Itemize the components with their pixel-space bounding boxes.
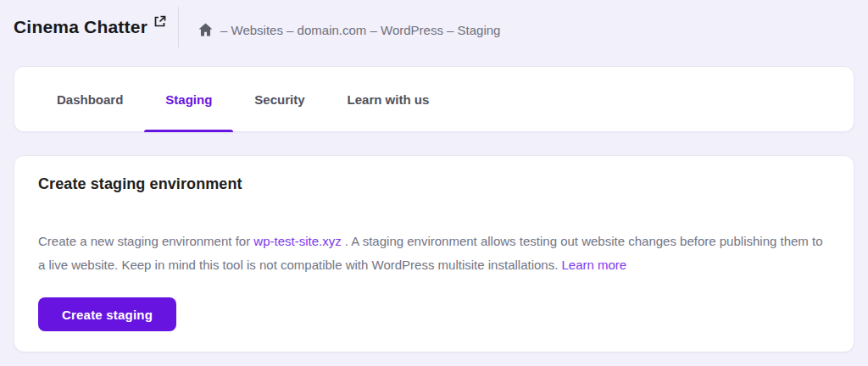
description-part1: Create a new staging environment for: [38, 234, 253, 248]
card-title: Create staging environment: [38, 175, 830, 193]
tab-security[interactable]: Security: [233, 67, 326, 131]
staging-card: Create staging environment Create a new …: [14, 155, 854, 352]
page-header: Cinema Chatter – Websites – domain.com –…: [0, 0, 868, 39]
home-icon[interactable]: [198, 23, 213, 36]
create-staging-button[interactable]: Create staging: [38, 297, 176, 331]
learn-more-link[interactable]: Learn more: [562, 258, 627, 272]
site-title-group: Cinema Chatter: [14, 16, 166, 38]
tabs-card: Dashboard Staging Security Learn with us: [14, 66, 854, 132]
site-link[interactable]: wp-test-site.xyz: [253, 234, 341, 248]
staging-description: Create a new staging environment for wp-…: [38, 230, 830, 277]
breadcrumb[interactable]: – Websites – domain.com – WordPress – St…: [198, 23, 500, 37]
tab-learn-with-us[interactable]: Learn with us: [326, 67, 451, 131]
breadcrumb-path: – Websites – domain.com – WordPress – St…: [220, 23, 500, 37]
tab-staging[interactable]: Staging: [144, 67, 233, 131]
header-divider: [178, 7, 179, 47]
page-title: Cinema Chatter: [14, 16, 147, 38]
tab-dashboard[interactable]: Dashboard: [36, 67, 144, 131]
external-link-icon[interactable]: [153, 15, 166, 28]
